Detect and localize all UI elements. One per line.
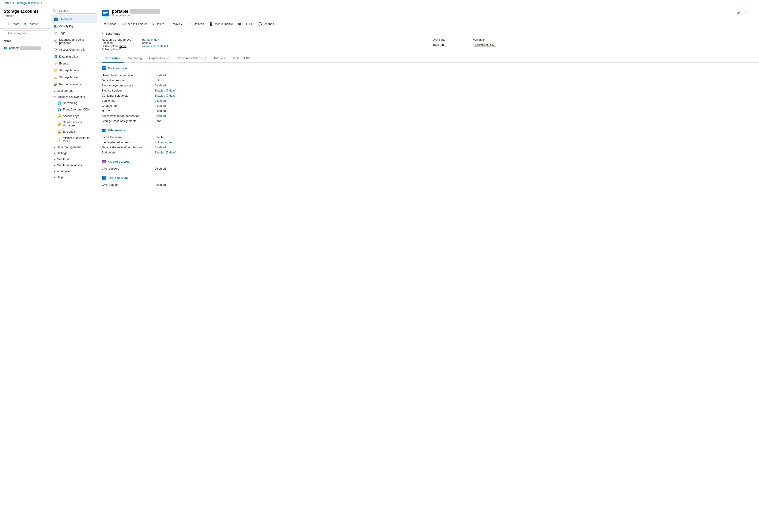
- subscription-move-link[interactable]: move: [119, 45, 127, 48]
- value-change-feed[interactable]: Disabled: [154, 104, 754, 107]
- nav-item-data-migration[interactable]: 🗄 Data migration: [51, 53, 97, 60]
- tags-edit-link[interactable]: edit: [441, 43, 445, 47]
- filter-input[interactable]: [4, 30, 47, 36]
- subscription-value: : Azure subscription 1: [140, 45, 168, 48]
- value-versioning[interactable]: Disabled: [154, 99, 754, 102]
- tab-capabilities[interactable]: Capabilities (7): [145, 54, 173, 63]
- toolbar-separator-1: [186, 22, 186, 26]
- nav-section-monitoring-classic[interactable]: ▶ Monitoring (classic): [51, 162, 97, 168]
- nav-item-storage-browser[interactable]: 📁 Storage browser: [51, 67, 97, 74]
- nav-subitem-frontdoor[interactable]: 🌍 Front Door and CDN: [51, 106, 97, 113]
- value-large-file-share: Enabled: [154, 136, 754, 139]
- rg-label: Resource group (move): [102, 38, 139, 41]
- location-value: : eastus: [140, 41, 151, 45]
- subscription-id-row: Subscription ID :: [102, 48, 423, 51]
- nav-label-storage-mover: Storage Mover: [59, 76, 78, 79]
- value-blob-soft-delete[interactable]: Enabled (7 days): [154, 89, 754, 92]
- nav-subitem-defender[interactable]: 🛡 Microsoft Defender for Cloud: [51, 135, 97, 144]
- nav-item-storage-mover[interactable]: ☁ Storage Mover: [51, 74, 97, 81]
- value-container-soft-delete[interactable]: Enabled (7 days): [154, 94, 754, 97]
- prop-default-access-tier: Default access tier Hot: [102, 78, 754, 83]
- nav-section-data-storage[interactable]: ▶ Data storage: [51, 88, 97, 94]
- move-button[interactable]: → Move ▾: [167, 21, 184, 27]
- svg-rect-0: [54, 18, 56, 19]
- more-button[interactable]: ...: [41, 21, 47, 26]
- nav-item-events[interactable]: ⚡ Events: [51, 60, 97, 67]
- delete-button[interactable]: 🗑 Delete: [150, 21, 166, 27]
- blob-service-icon: [102, 66, 106, 70]
- open-explorer-button[interactable]: 🗂 Open in Explorer: [119, 21, 149, 27]
- svg-rect-14: [102, 69, 104, 69]
- favorite-button[interactable]: ☆: [743, 10, 748, 16]
- nav-section-data-management[interactable]: ▶ Data management: [51, 144, 97, 150]
- label-large-file-share: Large file share: [102, 136, 153, 139]
- resource-name: portable ██████████: [112, 9, 733, 14]
- nav-section-automation[interactable]: ▶ Automation: [51, 168, 97, 174]
- tab-properties[interactable]: Properties: [102, 54, 124, 63]
- feedback-button[interactable]: 💬 Feedback: [256, 21, 277, 27]
- pin-button[interactable]: 📌: [736, 10, 741, 16]
- nav-item-activity-log[interactable]: Activity log: [51, 23, 97, 30]
- data-migration-icon: 🗄: [54, 55, 57, 58]
- more-options-button[interactable]: ...: [750, 10, 754, 16]
- rg-move-link[interactable]: move: [124, 38, 131, 41]
- iam-icon: 🛡: [54, 48, 57, 52]
- nav-subitem-networking[interactable]: 🌐 Networking: [51, 100, 97, 106]
- open-mobile-button[interactable]: 📱 Open in mobile: [207, 21, 235, 27]
- value-default-access-tier[interactable]: Hot: [154, 79, 754, 82]
- nav-item-iam[interactable]: 🛡 Access Control (IAM): [51, 46, 97, 53]
- breadcrumb-sep1: >: [13, 1, 15, 5]
- list-item-more-button[interactable]: ...: [42, 46, 47, 50]
- breadcrumb-home[interactable]: Home: [4, 1, 11, 5]
- breadcrumb-storage-accounts[interactable]: Storage accounts: [17, 1, 39, 5]
- nav-section-settings[interactable]: ▶ Settings: [51, 150, 97, 156]
- restore-button[interactable]: ↺ Restore: [23, 21, 40, 26]
- essentials-right-col: Disk state : Available Tags (edit) : env…: [433, 38, 754, 51]
- value-file-soft-delete[interactable]: Enabled (7 days): [154, 151, 754, 154]
- essentials-header[interactable]: ▼ Essentials: [102, 32, 754, 35]
- prop-container-soft-delete: Container soft delete Enabled (7 days): [102, 93, 754, 98]
- nav-item-tags[interactable]: 🏷 Tags: [51, 30, 97, 37]
- tab-tutorials[interactable]: Tutorials: [210, 54, 229, 63]
- nav-search-input[interactable]: [57, 8, 96, 14]
- nav-item-overview[interactable]: Overview: [51, 16, 97, 23]
- list-item[interactable]: portable ██████████ ...: [0, 44, 51, 52]
- value-identity-access[interactable]: Not configured: [154, 141, 754, 144]
- cli-ps-button[interactable]: 💻 CLI / PS: [236, 21, 255, 27]
- nav-section-security-networking[interactable]: ▼ Security + networking: [51, 94, 97, 100]
- value-hierarchical-namespace[interactable]: Disabled: [154, 74, 754, 77]
- nav-section-monitoring[interactable]: ▶ Monitoring: [51, 156, 97, 162]
- data-storage-label: Data storage: [57, 89, 73, 93]
- tab-monitoring[interactable]: Monitoring: [124, 54, 145, 63]
- nav-item-diagnose[interactable]: 🔧 Diagnose and solve problems: [51, 37, 97, 46]
- security-networking-label: Security + networking: [57, 95, 85, 98]
- tabs-bar: Properties Monitoring Capabilities (7) R…: [97, 54, 759, 63]
- label-container-soft-delete: Container soft delete: [102, 94, 153, 97]
- file-service-properties: Large file share Enabled Identity-based …: [102, 135, 754, 155]
- resource-title-area: portable ██████████ Storage account: [112, 9, 733, 17]
- value-blob-anon-access[interactable]: Disabled: [154, 84, 754, 87]
- create-button[interactable]: + + Create: [4, 21, 21, 26]
- refresh-button[interactable]: ↻ Refresh: [188, 21, 206, 27]
- svg-rect-27: [104, 176, 105, 179]
- nav-subitem-sas[interactable]: 🔐 Shared access signature: [51, 119, 97, 129]
- networking-icon: 🌐: [57, 101, 61, 105]
- tab-tools-sdks[interactable]: Tools + SDKs: [229, 54, 254, 63]
- prop-cross-tenant: Allow cross-tenant replication Disabled: [102, 113, 754, 119]
- resource-type: Storage account: [112, 14, 733, 17]
- queue-service-section: Queue service CMK support Disabled: [102, 160, 754, 171]
- value-cross-tenant[interactable]: Disabled: [154, 114, 754, 118]
- upload-button[interactable]: ⬆ Upload: [102, 21, 118, 27]
- tab-recommendations[interactable]: Recommendations (0): [173, 54, 210, 63]
- rg-value-link[interactable]: portable_dev: [142, 38, 159, 41]
- essentials-section: ▼ Essentials Resource group (move) : por…: [97, 29, 759, 54]
- nav-subitem-access-keys[interactable]: ➤ 🔑 Access keys: [51, 113, 97, 119]
- nav-section-help[interactable]: ▶ Help: [51, 174, 97, 180]
- nav-item-partner-solutions[interactable]: 🧩 Partner solutions: [51, 81, 97, 88]
- monitoring-classic-label: Monitoring (classic): [57, 164, 82, 167]
- value-storage-tasks[interactable]: None: [154, 120, 754, 123]
- value-share-level-perms[interactable]: Disabled: [154, 146, 754, 149]
- nav-subitem-encryption[interactable]: 🔒 Encryption: [51, 129, 97, 135]
- subscription-value-link[interactable]: Azure subscription 1: [142, 45, 168, 48]
- left-panel-actions: + + Create ↺ Restore ...: [0, 19, 51, 29]
